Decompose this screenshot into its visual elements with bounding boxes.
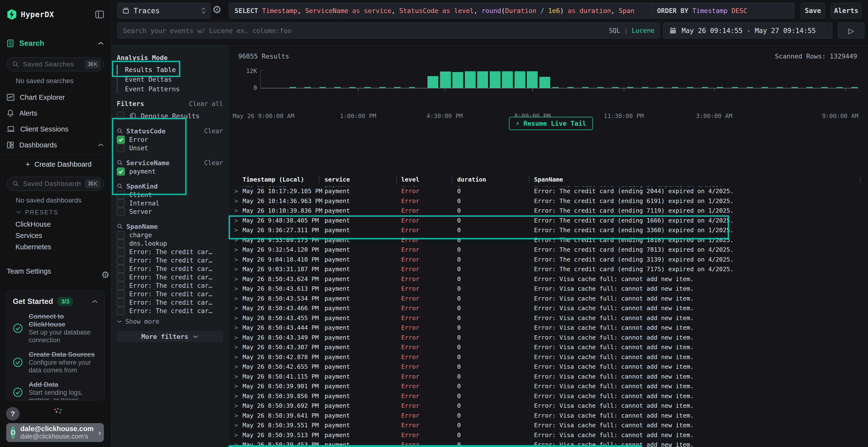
checkbox[interactable] (117, 307, 125, 315)
row-expand-chevron-icon[interactable]: > (235, 344, 238, 351)
column-header-spanname[interactable]: SpanName (534, 176, 866, 183)
table-row[interactable]: >May 26 8:50:43.613 PMpaymentError0Error… (229, 284, 868, 294)
checkbox[interactable] (117, 290, 125, 298)
filter-option[interactable]: Error: The credit card … (117, 307, 223, 315)
table-row[interactable]: >May 26 8:50:39.641 PMpaymentError0Error… (229, 411, 868, 420)
table-row[interactable]: >May 26 8:50:41.115 PMpaymentError0Error… (229, 372, 868, 381)
column-header-service[interactable]: service (324, 176, 350, 183)
table-row[interactable]: >May 26 8:50:43.466 PMpaymentError0Error… (229, 303, 868, 313)
resume-live-tail-button[interactable]: ⚡ Resume Live Tail (509, 117, 593, 130)
table-row[interactable]: >May 26 8:50:43.534 PMpaymentError0Error… (229, 294, 868, 304)
filter-option[interactable]: Error: The credit card … (117, 273, 223, 281)
filter-option[interactable]: dns.lookup (117, 239, 223, 248)
table-row[interactable]: >May 26 8:50:43.349 PMpaymentError0Error… (229, 333, 868, 342)
column-header-level[interactable]: level (401, 176, 419, 183)
table-row[interactable]: >May 26 10:10:39.836 PMpaymentError0Erro… (229, 206, 868, 215)
column-resize-handle[interactable] (319, 176, 320, 183)
preset-item-services[interactable]: Services (0, 230, 111, 241)
denoise-checkbox[interactable] (117, 112, 125, 120)
row-expand-chevron-icon[interactable]: > (235, 383, 238, 390)
table-options-icon[interactable]: ⋮ (857, 176, 864, 183)
run-query-button[interactable]: ▷ (838, 23, 864, 38)
table-row[interactable]: >May 26 9:03:31.187 PMpaymentError0Error… (229, 264, 868, 274)
row-expand-chevron-icon[interactable]: > (235, 334, 238, 341)
table-row[interactable]: >May 26 9:36:27.311 PMpaymentError0Error… (229, 225, 868, 235)
sidebar-item-alerts[interactable]: Alerts (0, 105, 111, 121)
checkbox[interactable] (117, 248, 125, 256)
filter-option[interactable]: Error: The credit card … (117, 298, 223, 307)
column-header-timestamp-local-[interactable]: Timestamp (Local) (243, 176, 304, 183)
language-toggle-lucene[interactable]: Lucene (632, 27, 654, 34)
saved-searches-input[interactable]: Saved Searches ⌘K (7, 57, 104, 71)
filter-option[interactable]: Error: The credit card … (117, 265, 223, 273)
table-row[interactable]: >May 26 9:33:09.173 PMpaymentError0Error… (229, 235, 868, 245)
filter-option[interactable]: Error: The credit card … (117, 281, 223, 290)
table-row[interactable]: >May 26 8:50:42.655 PMpaymentError0Error… (229, 362, 868, 372)
analysis-mode-event-deltas[interactable]: Event Deltas (117, 74, 223, 84)
row-expand-chevron-icon[interactable]: > (235, 324, 238, 331)
checkbox[interactable] (117, 208, 125, 216)
checkbox[interactable] (117, 199, 125, 207)
analysis-mode-results-table[interactable]: Results Table (117, 65, 223, 74)
column-header-duration[interactable]: duration (457, 176, 486, 183)
row-expand-chevron-icon[interactable]: > (235, 187, 238, 195)
checkbox[interactable] (117, 231, 125, 239)
row-expand-chevron-icon[interactable]: > (235, 412, 238, 419)
row-expand-chevron-icon[interactable]: > (235, 275, 238, 282)
sidebar-item-dashboards[interactable]: Dashboards (0, 137, 111, 153)
table-row[interactable]: >May 26 8:50:39.692 PMpaymentError0Error… (229, 401, 868, 411)
checkbox[interactable] (117, 273, 125, 281)
filter-option[interactable]: Error: The credit card … (117, 248, 223, 256)
row-expand-chevron-icon[interactable]: > (235, 256, 238, 263)
checkbox[interactable] (117, 167, 125, 176)
chevron-up-icon[interactable] (98, 41, 104, 45)
create-dashboard-button[interactable]: + Create Dashboard (0, 159, 111, 170)
save-button[interactable]: Save (801, 3, 825, 18)
column-resize-handle[interactable] (396, 176, 397, 183)
saved-dashboards-input[interactable]: Saved Dashboards ⌘K (7, 177, 104, 191)
table-row[interactable]: >May 26 9:32:54.120 PMpaymentError0Error… (229, 245, 868, 254)
table-row[interactable]: >May 26 8:50:43.455 PMpaymentError0Error… (229, 313, 868, 323)
checkbox[interactable] (117, 239, 125, 248)
row-expand-chevron-icon[interactable]: > (235, 207, 238, 214)
table-row[interactable]: >May 26 8:50:43.444 PMpaymentError0Error… (229, 323, 868, 333)
clear-filter-button[interactable]: Clear (204, 159, 223, 166)
table-row[interactable]: >May 26 8:50:39.513 PMpaymentError0Error… (229, 430, 868, 440)
row-expand-chevron-icon[interactable]: > (235, 353, 238, 360)
filter-option[interactable]: Client (117, 191, 223, 199)
checkbox[interactable] (117, 144, 125, 152)
alerts-button[interactable]: Alerts (831, 3, 862, 18)
row-expand-chevron-icon[interactable]: > (235, 227, 238, 234)
row-expand-chevron-icon[interactable]: > (235, 266, 238, 273)
table-row[interactable]: >May 26 8:50:43.307 PMpaymentError0Error… (229, 342, 868, 352)
preset-item-kubernetes[interactable]: Kubernetes (0, 241, 111, 253)
table-row[interactable]: >May 26 8:50:39.856 PMpaymentError0Error… (229, 391, 868, 401)
checkbox[interactable] (117, 265, 125, 273)
row-expand-chevron-icon[interactable]: > (235, 363, 238, 370)
row-expand-chevron-icon[interactable]: > (235, 402, 238, 409)
row-expand-chevron-icon[interactable]: > (235, 295, 238, 302)
checkbox[interactable] (117, 299, 125, 307)
table-row[interactable]: >May 26 10:14:36.963 PMpaymentError0Erro… (229, 196, 868, 206)
filter-option[interactable]: Error: The credit card … (117, 290, 223, 298)
analysis-mode-event-patterns[interactable]: Event Patterns (117, 84, 223, 94)
row-expand-chevron-icon[interactable]: > (235, 236, 238, 243)
sidebar-item-search[interactable]: Search (0, 38, 111, 49)
help-button[interactable]: ? (6, 407, 20, 420)
presets-toggle[interactable]: PRESETS (0, 208, 111, 216)
row-expand-chevron-icon[interactable]: > (235, 392, 238, 399)
row-expand-chevron-icon[interactable]: > (235, 246, 238, 253)
filter-option[interactable]: Error (117, 135, 223, 144)
order-by-input[interactable]: ORDER BY Timestamp DESC (651, 3, 795, 18)
sidebar-item-client-sessions[interactable]: Client Sessions (0, 121, 111, 137)
filter-option[interactable]: charge (117, 231, 223, 239)
denoise-results-toggle[interactable]: Denoise Results (117, 111, 223, 121)
preset-item-clickhouse[interactable]: ClickHouse (0, 219, 111, 230)
filter-option[interactable]: Server (117, 207, 223, 216)
sidebar-collapse-icon[interactable] (95, 10, 104, 19)
checkbox[interactable] (117, 256, 125, 265)
language-toggle-sql[interactable]: SQL (609, 27, 620, 34)
checkbox[interactable] (117, 136, 125, 144)
checkbox[interactable] (117, 281, 125, 290)
filter-option[interactable]: Error: The credit card … (117, 256, 223, 265)
